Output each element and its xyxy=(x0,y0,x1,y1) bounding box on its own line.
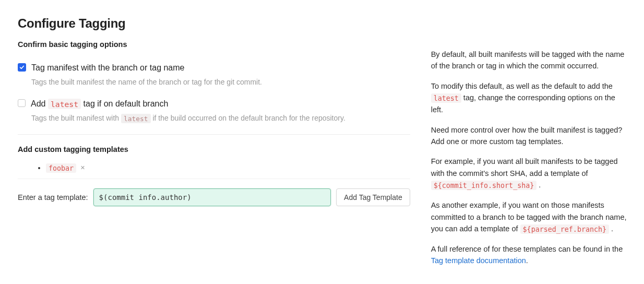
remove-tag-button[interactable]: × xyxy=(80,163,85,172)
list-item: foobar × xyxy=(46,162,410,173)
option-add-latest-label: Add latest tag if on default branch xyxy=(31,98,168,110)
option-add-latest-desc-pre: Tags the built manifest with xyxy=(31,114,121,122)
option-add-latest: Add latest tag if on default branch Tags… xyxy=(18,98,410,124)
option-add-latest-desc-post: if the build occurred on the default bra… xyxy=(151,114,345,122)
help-text: A full reference of for these templates … xyxy=(431,245,623,253)
tag-template-item: foobar xyxy=(46,163,76,173)
option-add-latest-label-pre: Add xyxy=(31,99,48,108)
help-paragraph: By default, all built manifests will be … xyxy=(431,49,628,72)
help-text: To modify this default, as well as the d… xyxy=(431,82,613,90)
tag-template-input[interactable] xyxy=(93,188,331,206)
help-panel: By default, all built manifests will be … xyxy=(431,15,628,275)
parsed-ref-code-inline: ${parsed_ref.branch} xyxy=(520,224,609,234)
latest-code-inline-desc: latest xyxy=(121,114,151,123)
option-add-latest-label-post: tag if on default branch xyxy=(81,99,168,108)
checkmark-icon xyxy=(19,65,25,70)
option-tag-branch-desc: Tags the built manifest the name of the … xyxy=(31,77,410,87)
tag-template-input-label: Enter a tag template: xyxy=(18,192,88,203)
add-tag-template-button[interactable]: Add Tag Template xyxy=(336,188,410,206)
option-tag-branch: Tag manifest with the branch or tag name… xyxy=(18,62,410,87)
help-text: . xyxy=(526,256,528,265)
page-subtitle: Confirm basic tagging options xyxy=(18,39,410,50)
help-text: . xyxy=(536,181,541,189)
latest-code-inline: latest xyxy=(48,99,81,109)
latest-code-inline: latest xyxy=(431,93,461,103)
option-add-latest-desc: Tags the built manifest with latest if t… xyxy=(31,113,410,124)
divider-thin xyxy=(18,179,410,179)
option-tag-branch-label: Tag manifest with the branch or tag name xyxy=(31,62,185,74)
help-paragraph: Need more control over how the built man… xyxy=(431,124,628,148)
help-paragraph: To modify this default, as well as the d… xyxy=(431,80,628,116)
checkbox-add-latest[interactable] xyxy=(18,99,26,107)
help-text: . xyxy=(609,224,613,233)
tag-template-docs-link[interactable]: Tag template documentation xyxy=(431,256,526,265)
help-paragraph: As another example, if you want on those… xyxy=(431,199,628,235)
custom-templates-heading: Add custom tagging templates xyxy=(18,144,410,155)
divider xyxy=(18,134,410,135)
short-sha-code-inline: ${commit_info.short_sha} xyxy=(431,181,537,190)
help-paragraph: For example, if you want all built manif… xyxy=(431,156,628,191)
page-title: Configure Tagging xyxy=(18,15,410,33)
help-paragraph: A full reference of for these templates … xyxy=(431,243,628,267)
checkbox-tag-branch[interactable] xyxy=(18,63,26,72)
help-text: For example, if you want all built manif… xyxy=(431,157,618,177)
tag-template-list: foobar × xyxy=(18,162,410,173)
